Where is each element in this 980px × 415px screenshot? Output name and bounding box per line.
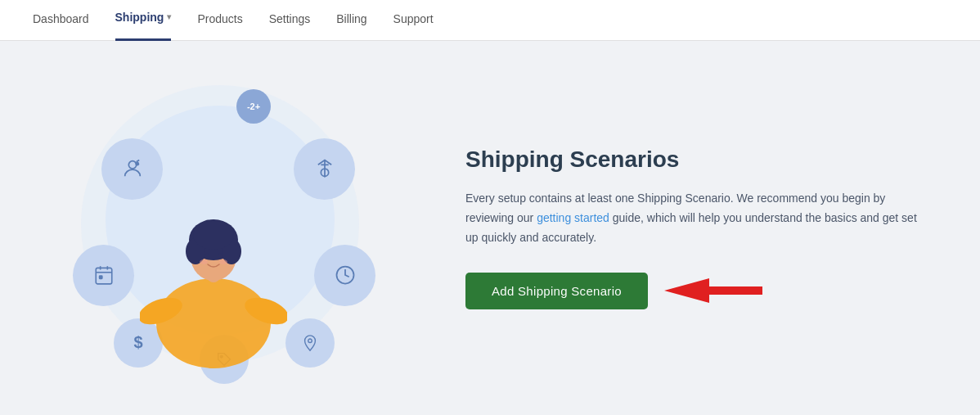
svg-point-24 [200, 259, 208, 264]
illustration-area: -2+ [56, 65, 400, 392]
svg-point-22 [205, 253, 209, 259]
arrow-indicator [664, 274, 762, 307]
svg-rect-9 [99, 276, 101, 278]
nav-support[interactable]: Support [393, 0, 434, 41]
svg-point-0 [128, 161, 136, 169]
person-illustration [140, 192, 287, 376]
nav-settings[interactable]: Settings [269, 0, 311, 41]
circle-clock-icon [314, 245, 375, 306]
page-title: Shipping Scenarios [465, 147, 924, 173]
svg-rect-5 [96, 268, 112, 284]
svg-point-21 [193, 220, 234, 250]
chevron-down-icon: ▾ [167, 0, 171, 38]
description-text: Every setup contains at least one Shippi… [465, 189, 924, 247]
svg-point-1 [135, 162, 139, 166]
svg-point-13 [156, 278, 271, 368]
svg-point-23 [218, 253, 223, 259]
svg-point-25 [219, 259, 227, 264]
circle-user-icon [101, 138, 163, 200]
content-area: Shipping Scenarios Every setup contains … [465, 147, 924, 309]
nav-billing[interactable]: Billing [336, 0, 366, 41]
svg-point-12 [308, 338, 312, 342]
circle-location-icon [285, 318, 335, 368]
circle-scale-icon [294, 138, 355, 200]
svg-line-2 [136, 160, 139, 162]
action-row: Add Shipping Scenario [465, 273, 924, 309]
nav-products[interactable]: Products [197, 0, 242, 41]
nav-shipping[interactable]: Shipping ▾ [115, 0, 172, 41]
main-content: -2+ [0, 41, 980, 415]
circle-calendar-icon [73, 245, 134, 306]
main-nav: Dashboard Shipping ▾ Products Settings B… [0, 0, 980, 41]
nav-dashboard[interactable]: Dashboard [33, 0, 89, 41]
badge-circle: -2+ [236, 89, 271, 124]
getting-started-link[interactable]: getting started [537, 211, 609, 224]
add-shipping-scenario-button[interactable]: Add Shipping Scenario [465, 273, 648, 309]
svg-marker-26 [664, 278, 762, 303]
